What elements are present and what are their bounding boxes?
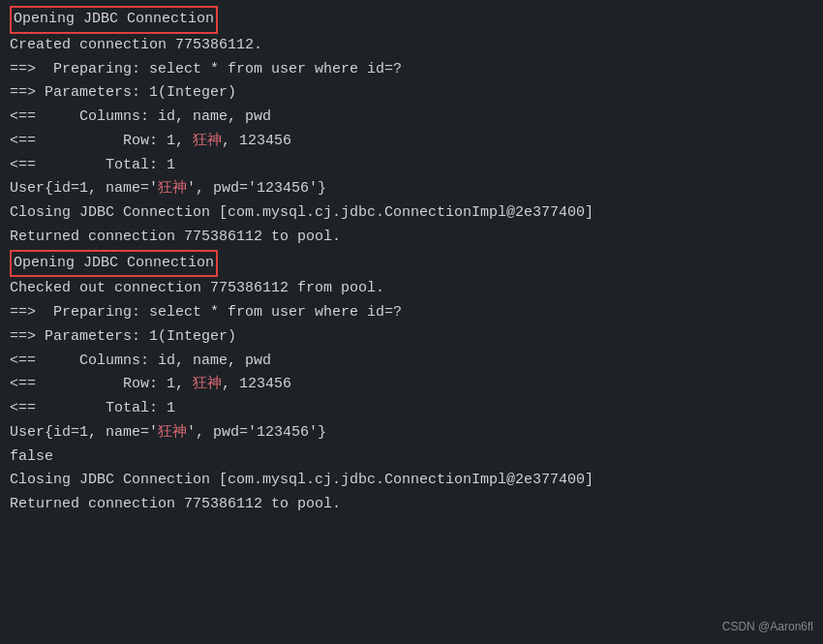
log-line-14: ==> Parameters: 1(Integer) bbox=[10, 325, 813, 350]
chinese-name-3: 狂神 bbox=[193, 376, 222, 392]
log-line-10: Returned connection 775386112 to pool. bbox=[10, 226, 813, 250]
chinese-name-1: 狂神 bbox=[193, 133, 222, 149]
log-line-20: Closing JDBC Connection [com.mysql.cj.jd… bbox=[10, 469, 813, 493]
log-line-18: User{id=1, name='狂神', pwd='123456'} bbox=[10, 421, 813, 445]
highlighted-text-2: Opening JDBC Connection bbox=[10, 250, 218, 278]
log-line-8: User{id=1, name='狂神', pwd='123456'} bbox=[10, 177, 813, 201]
log-line-1: Opening JDBC Connection bbox=[10, 6, 813, 34]
log-line-16: <== Row: 1, 狂神, 123456 bbox=[10, 373, 813, 397]
chinese-name-2: 狂神 bbox=[158, 180, 187, 197]
log-line-21: Returned connection 775386112 to pool. bbox=[10, 493, 813, 517]
arrow-prefix-3: ==> Preparing: select * from user bbox=[10, 61, 315, 77]
log-line-12: Checked out connection 775386112 from po… bbox=[10, 277, 813, 301]
log-line-7: <== Total: 1 bbox=[10, 154, 813, 178]
arrow-prefix-13: ==> Preparing: select * from user bbox=[10, 304, 315, 321]
log-line-6: <== Row: 1, 狂神, 123456 bbox=[10, 130, 813, 154]
where-keyword-1: where bbox=[315, 61, 358, 77]
log-line-11: Opening JDBC Connection bbox=[10, 250, 813, 278]
log-line-19: false bbox=[10, 445, 813, 470]
log-line-13: ==> Preparing: select * from user where … bbox=[10, 301, 813, 325]
log-line-9: Closing JDBC Connection [com.mysql.cj.jd… bbox=[10, 201, 813, 226]
log-line-5: <== Columns: id, name, pwd bbox=[10, 106, 813, 130]
terminal-window: Opening JDBC Connection Created connecti… bbox=[0, 0, 823, 644]
log-line-4: ==> Parameters: 1(Integer) bbox=[10, 81, 813, 106]
highlighted-text-1: Opening JDBC Connection bbox=[10, 6, 218, 34]
watermark: CSDN @Aaron6fl bbox=[722, 618, 813, 636]
where-keyword-2: where bbox=[315, 304, 358, 321]
query-suffix-13: id=? bbox=[358, 304, 402, 321]
log-line-3: ==> Preparing: select * from user where … bbox=[10, 58, 813, 82]
chinese-name-4: 狂神 bbox=[158, 424, 187, 441]
query-suffix-3: id=? bbox=[358, 61, 402, 77]
log-line-15: <== Columns: id, name, pwd bbox=[10, 350, 813, 374]
log-line-2: Created connection 775386112. bbox=[10, 34, 813, 58]
log-line-17: <== Total: 1 bbox=[10, 397, 813, 421]
